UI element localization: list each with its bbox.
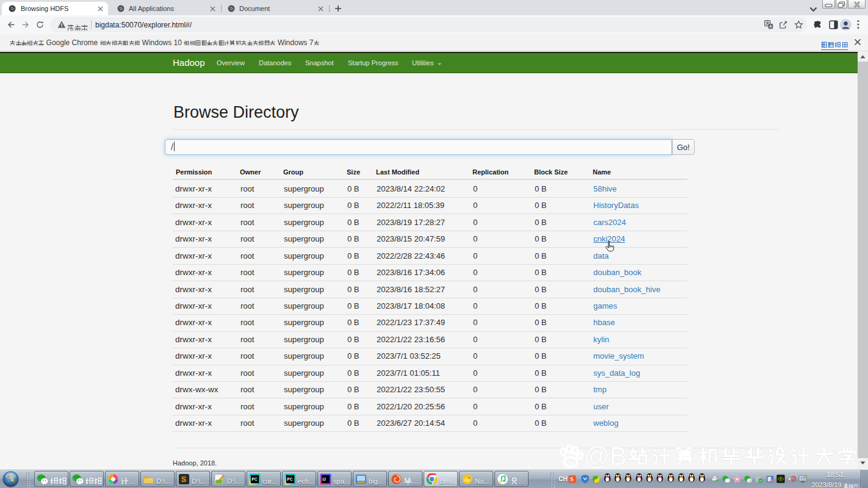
svg-text:S: S [181, 475, 186, 484]
svg-text:du: du [566, 459, 576, 468]
svg-text:PC: PC [251, 476, 257, 481]
svg-text:PC: PC [287, 476, 292, 481]
svg-text:S: S [570, 476, 574, 483]
svg-text:IJ: IJ [322, 476, 326, 481]
